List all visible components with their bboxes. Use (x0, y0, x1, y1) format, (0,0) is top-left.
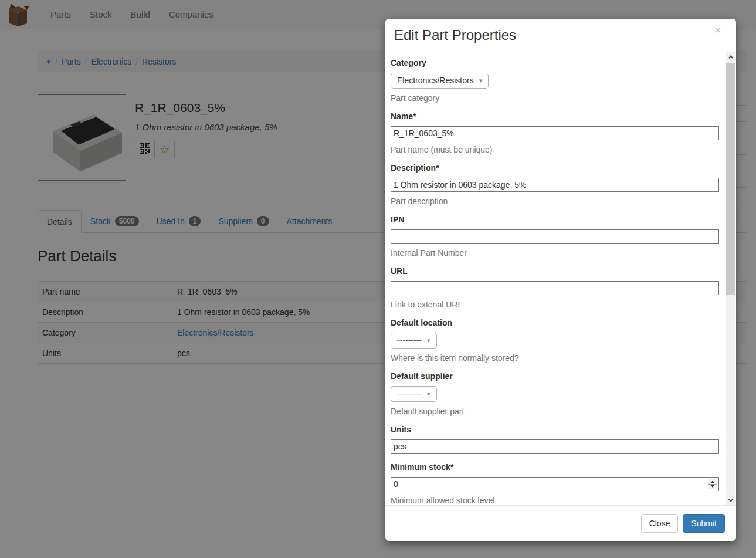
ipn-input[interactable] (391, 229, 719, 244)
chevron-up-icon (728, 55, 733, 60)
modal-footer: Close Submit (385, 505, 736, 541)
field-label: URL (391, 266, 719, 276)
field-label: Name* (391, 111, 719, 121)
name-input[interactable] (391, 126, 719, 140)
select-value: --------- (397, 336, 422, 345)
chevron-down-icon: ▾ (479, 77, 483, 84)
select-value: --------- (397, 389, 422, 398)
field-help: Internal Part Number (391, 248, 719, 258)
field-category: Category Electronics/Resistors ▾ Part ca… (391, 58, 719, 103)
field-help: Link to extenal URL (391, 300, 719, 309)
field-label: IPN (391, 215, 719, 224)
field-help: Minimum allowed stock level (391, 496, 719, 505)
field-help: Where is this item normally stored? (391, 353, 719, 363)
field-minimum-stock: Minimum stock* Minimum allowed stock lev… (391, 462, 719, 505)
scrollbar-up-arrow[interactable] (726, 52, 735, 62)
field-default-supplier: Default supplier --------- ▾ Default sup… (391, 371, 719, 416)
spinner-up-button[interactable] (708, 479, 717, 484)
scrollbar-down-arrow[interactable] (726, 496, 735, 505)
field-help: Part name (must be unique) (391, 145, 719, 154)
field-label: Units (391, 425, 719, 434)
field-name: Name* Part name (must be unique) (391, 111, 719, 154)
field-label: Category (391, 58, 719, 67)
field-label: Minimum stock* (391, 462, 719, 472)
modal-header: Edit Part Properties × (385, 19, 736, 52)
modal-title: Edit Part Properties (394, 27, 727, 43)
modal-form-body: Category Electronics/Resistors ▾ Part ca… (385, 52, 736, 505)
category-select[interactable]: Electronics/Resistors ▾ (391, 73, 489, 89)
field-label: Description* (391, 163, 719, 173)
modal-scrollbar[interactable] (726, 52, 735, 505)
submit-button[interactable]: Submit (683, 514, 725, 533)
chevron-down-icon: ▾ (427, 337, 430, 344)
triangle-down-icon (711, 485, 714, 488)
close-icon[interactable]: × (711, 25, 724, 36)
edit-part-modal: Edit Part Properties × Category Electron… (385, 19, 736, 541)
description-input[interactable] (391, 178, 719, 192)
field-url: URL Link to extenal URL (391, 266, 719, 309)
close-button[interactable]: Close (641, 514, 679, 533)
spinner-down-button[interactable] (708, 484, 717, 489)
field-units: Units (391, 425, 719, 454)
field-help: Part description (391, 197, 719, 206)
number-spinner (708, 479, 717, 489)
minimum-stock-input[interactable] (391, 477, 719, 491)
default-location-select[interactable]: --------- ▾ (391, 333, 437, 349)
chevron-down-icon: ▾ (427, 390, 430, 398)
default-supplier-select[interactable]: --------- ▾ (391, 386, 437, 402)
url-input[interactable] (391, 281, 719, 295)
field-help: Part category (391, 93, 719, 103)
triangle-up-icon (711, 481, 714, 483)
select-value: Electronics/Resistors (397, 76, 474, 85)
field-default-location: Default location --------- ▾ Where is th… (391, 318, 719, 363)
field-label: Default supplier (391, 371, 719, 381)
field-ipn: IPN Internal Part Number (391, 215, 719, 258)
field-label: Default location (391, 318, 719, 327)
field-help: Default supplier part (391, 407, 719, 416)
chevron-down-icon (728, 497, 733, 502)
scrollbar-thumb[interactable] (726, 63, 735, 295)
field-description: Description* Part description (391, 163, 719, 206)
units-input[interactable] (391, 439, 719, 454)
